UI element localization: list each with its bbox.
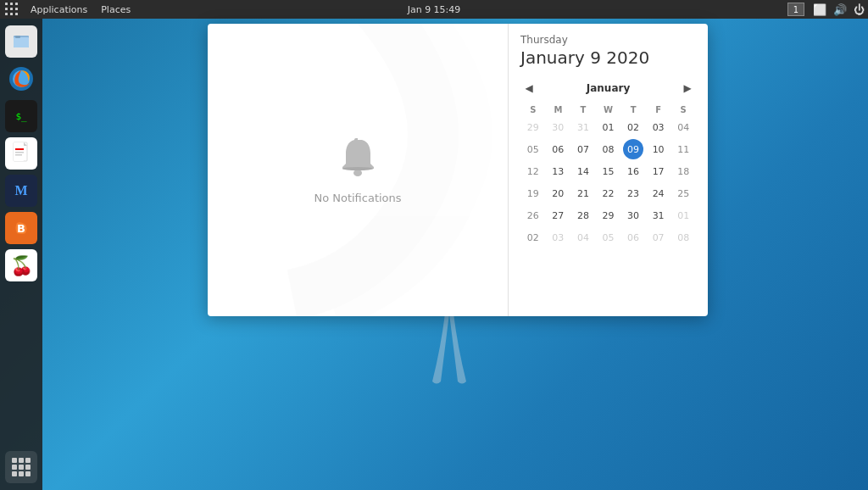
calendar-day[interactable]: 10 — [648, 139, 669, 159]
panel-left: Applications Places — [0, 0, 137, 19]
calendar-header: S — [670, 103, 696, 116]
panel-right: 1 ⬜ 🔊 ⏻ — [782, 0, 868, 19]
calendar-day[interactable]: 23 — [623, 183, 643, 203]
calendar-day[interactable]: 04 — [673, 117, 693, 137]
calendar-month-label: January — [587, 82, 631, 94]
calendar-nav: ◀ January ▶ — [520, 80, 696, 97]
cherry-icon: 🍒 — [10, 255, 33, 276]
svg-rect-9 — [15, 154, 22, 156]
calendar-header: T — [570, 103, 596, 116]
maltego-icon: M — [14, 183, 27, 198]
calendar-day[interactable]: 31 — [573, 117, 593, 137]
no-notifications-text: No Notifications — [314, 192, 401, 204]
notifications-panel: No Notifications — [208, 24, 509, 316]
calendar-day[interactable]: 20 — [548, 183, 568, 203]
calendar-next-button[interactable]: ▶ — [679, 80, 696, 97]
burp-icon: B — [9, 216, 33, 240]
sidebar-icon-document[interactable] — [5, 137, 37, 170]
calendar-prev-button[interactable]: ◀ — [520, 80, 537, 97]
apps-grid-button[interactable] — [0, 0, 24, 19]
calendar-day[interactable]: 09 — [623, 139, 643, 159]
calendar-day[interactable]: 29 — [523, 117, 543, 137]
notification-content: No Notifications — [314, 136, 401, 204]
sidebar-icon-files[interactable] — [5, 25, 37, 58]
calendar-day[interactable]: 11 — [673, 139, 693, 159]
display-button[interactable]: ⬜ — [810, 0, 830, 19]
desktop: Applications Places Jan 9 15:49 1 ⬜ 🔊 ⏻ — [0, 0, 868, 490]
calendar-day[interactable]: 14 — [573, 161, 593, 181]
calendar-day[interactable]: 17 — [648, 161, 669, 181]
calendar-day[interactable]: 30 — [548, 117, 568, 137]
calendar-day[interactable]: 12 — [523, 161, 543, 181]
popup-tail — [415, 314, 483, 398]
svg-text:B: B — [17, 222, 25, 235]
calendar-day[interactable]: 02 — [523, 227, 543, 248]
svg-rect-2 — [15, 36, 20, 38]
applications-menu[interactable]: Applications — [24, 0, 94, 19]
workspace-number: 1 — [787, 3, 804, 16]
svg-point-13 — [342, 167, 373, 170]
calendar-day[interactable]: 15 — [598, 161, 618, 181]
top-panel: Applications Places Jan 9 15:49 1 ⬜ 🔊 ⏻ — [0, 0, 868, 19]
sidebar-icon-cherry[interactable]: 🍒 — [5, 249, 37, 281]
calendar-day[interactable]: 08 — [673, 227, 693, 248]
calendar-day[interactable]: 07 — [573, 139, 593, 159]
calendar-day[interactable]: 08 — [598, 139, 618, 159]
sidebar-icon-maltego[interactable]: M — [5, 175, 37, 207]
calendar-grid: SMTWTFS293031010203040506070809101112131… — [520, 103, 696, 248]
left-sidebar: $_ M B 🍒 — [0, 19, 42, 490]
document-icon — [11, 142, 31, 165]
calendar-day[interactable]: 16 — [623, 161, 643, 181]
calendar-day[interactable]: 06 — [623, 227, 643, 248]
calendar-day[interactable]: 22 — [598, 183, 618, 203]
calendar-day[interactable]: 03 — [648, 117, 669, 137]
calendar-day[interactable]: 03 — [548, 227, 568, 248]
calendar-day[interactable]: 27 — [548, 205, 568, 226]
bell-svg — [339, 136, 377, 177]
sidebar-icon-terminal[interactable]: $_ — [5, 100, 37, 132]
calendar-day[interactable]: 05 — [523, 139, 543, 159]
appgrid-icon — [12, 458, 31, 476]
calendar-day[interactable]: 04 — [573, 227, 593, 248]
calendar-day[interactable]: 28 — [573, 205, 593, 226]
calendar-day[interactable]: 21 — [573, 183, 593, 203]
calendar-date-label: January 9 2020 — [520, 47, 696, 68]
calendar-day[interactable]: 24 — [648, 183, 669, 203]
workspace-indicator[interactable]: 1 — [782, 0, 810, 19]
calendar-header: M — [546, 103, 571, 116]
firefox-icon — [7, 64, 36, 93]
calendar-header: S — [520, 103, 546, 116]
files-icon — [12, 32, 31, 51]
calendar-header: F — [646, 103, 671, 116]
bell-icon — [339, 136, 377, 185]
calendar-day[interactable]: 05 — [598, 227, 618, 248]
sidebar-icon-appgrid[interactable] — [5, 451, 37, 483]
sidebar-icon-firefox[interactable] — [5, 63, 37, 95]
calendar-day[interactable]: 06 — [548, 139, 568, 159]
calendar-day[interactable]: 30 — [623, 205, 643, 226]
calendar-panel: Thursday January 9 2020 ◀ January ▶ SMTW… — [509, 24, 708, 316]
svg-rect-1 — [14, 37, 29, 47]
calendar-day[interactable]: 01 — [598, 117, 618, 137]
calendar-day[interactable]: 25 — [673, 183, 693, 203]
apps-grid-icon — [5, 3, 19, 17]
power-button[interactable]: ⏻ — [850, 0, 868, 19]
calendar-day[interactable]: 18 — [673, 161, 693, 181]
calendar-day[interactable]: 19 — [523, 183, 543, 203]
panel-clock[interactable]: Jan 9 15:49 — [403, 4, 466, 15]
calendar-header: T — [620, 103, 646, 116]
calendar-day[interactable]: 13 — [548, 161, 568, 181]
calendar-day[interactable]: 01 — [673, 205, 693, 226]
calendar-day[interactable]: 29 — [598, 205, 618, 226]
svg-point-12 — [353, 170, 362, 176]
calendar-day[interactable]: 31 — [648, 205, 669, 226]
calendar-day-label: Thursday — [520, 34, 696, 46]
calendar-day[interactable]: 02 — [623, 117, 643, 137]
calendar-day[interactable]: 07 — [648, 227, 669, 248]
places-menu[interactable]: Places — [94, 0, 137, 19]
svg-rect-8 — [15, 152, 24, 153]
calendar-day[interactable]: 26 — [523, 205, 543, 226]
sidebar-icon-burp[interactable]: B — [5, 212, 37, 244]
panel-center: Jan 9 15:49 — [403, 0, 466, 19]
volume-button[interactable]: 🔊 — [830, 0, 850, 19]
